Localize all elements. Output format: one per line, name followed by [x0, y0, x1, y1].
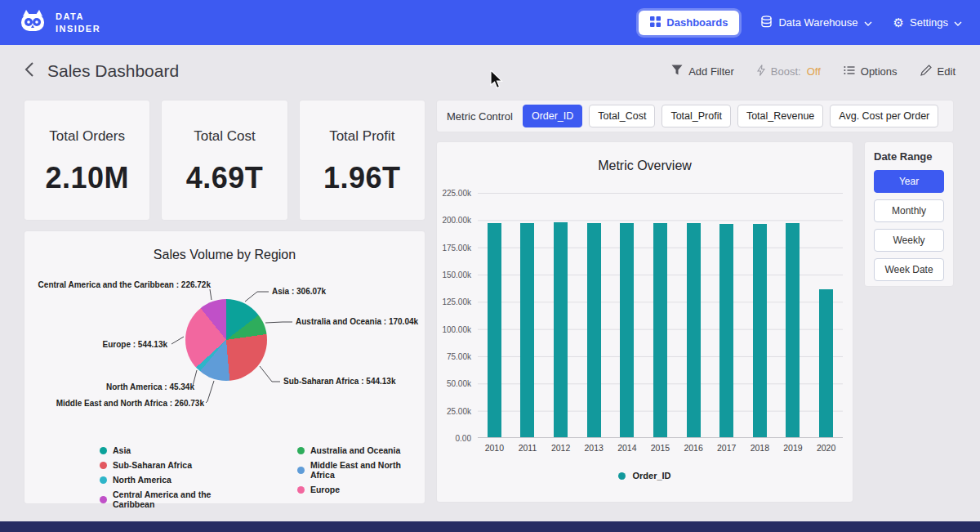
- bar-2014[interactable]: [620, 223, 634, 437]
- y-tick: 175.00k: [442, 243, 471, 252]
- kpi-row: Total Orders 2.10M Total Cost 4.69T Tota…: [24, 101, 425, 220]
- dashboards-button[interactable]: Dashboards: [639, 11, 739, 35]
- legend-dot: [100, 462, 107, 469]
- list-icon: [844, 65, 855, 78]
- pie-legend-column-1: Asia Sub-Saharan Africa North America Ce…: [100, 445, 252, 509]
- date-range-monthly-button[interactable]: Monthly: [874, 199, 944, 222]
- options-button[interactable]: Options: [844, 65, 898, 78]
- metric-button-total-profit[interactable]: Total_Profit: [662, 105, 731, 127]
- top-bar: DATA INSIDER Dashboards: [0, 0, 980, 45]
- footer-strip: [0, 521, 980, 532]
- boost-value: Off: [807, 65, 821, 78]
- y-tick: 75.00k: [447, 352, 471, 361]
- chevron-down-icon: [864, 16, 872, 29]
- bar-2013[interactable]: [587, 223, 601, 437]
- bar-chart-card: Metric Overview 225.00k 200.00k 175.00k …: [437, 142, 853, 502]
- dashboard-toolbar: Add Filter Boost: Off Options Edit: [671, 65, 956, 78]
- pie-label-middle-east: Middle East and North Africa : 260.73k: [56, 399, 204, 408]
- pie-canvas: Central America and the Caribbean : 226.…: [24, 262, 425, 442]
- boost-toggle[interactable]: Boost: Off: [757, 65, 821, 78]
- legend-item: Middle East and North Africa: [297, 460, 425, 480]
- metric-button-total-revenue[interactable]: Total_Revenue: [737, 105, 823, 127]
- kpi-total-orders: Total Orders 2.10M: [24, 101, 149, 220]
- legend-label: Sub-Saharan Africa: [113, 460, 192, 470]
- metric-button-avg-cost[interactable]: Avg. Cost per Order: [830, 105, 938, 127]
- legend-item: Europe: [297, 485, 425, 494]
- right-column: Metric Control Order_ID Total_Cost Total…: [437, 101, 953, 503]
- legend-item: Sub-Saharan Africa: [100, 460, 252, 470]
- metric-control-label: Metric Control: [447, 110, 513, 123]
- settings-menu[interactable]: ⚙ Settings: [893, 16, 962, 29]
- edit-button[interactable]: Edit: [920, 65, 956, 78]
- sub-header: Sales Dashboard Add Filter Boost: Off: [0, 45, 980, 97]
- pie-chart-card: Sales Volume by Region Central America a…: [24, 231, 425, 503]
- pie-chart[interactable]: [185, 299, 267, 381]
- pie-label-north-america: North America : 45.34k: [106, 382, 194, 391]
- kpi-label: Total Orders: [24, 128, 149, 145]
- date-range-weekly-button[interactable]: Weekly: [874, 229, 944, 252]
- lightning-icon: [757, 65, 765, 78]
- brand-line2: INSIDER: [56, 23, 100, 35]
- legend-dot: [297, 447, 305, 454]
- pie-legend-column-2: Australia and Oceania Middle East and No…: [297, 445, 425, 509]
- data-warehouse-label: Data Warehouse: [778, 16, 858, 29]
- bar-2011[interactable]: [520, 223, 534, 437]
- y-tick: 0.00: [456, 434, 471, 443]
- kpi-label: Total Profit: [300, 128, 425, 145]
- pie-label-australia-oceania: Australia and Oceania : 170.04k: [296, 317, 418, 326]
- page-title: Sales Dashboard: [47, 61, 179, 81]
- legend-item: Australia and Oceania: [297, 445, 425, 455]
- back-button[interactable]: [24, 62, 34, 80]
- bar-2019[interactable]: [786, 223, 800, 437]
- bar-2015[interactable]: [653, 223, 667, 437]
- bar-2012[interactable]: [554, 222, 568, 437]
- owl-logo-icon: [18, 9, 47, 37]
- pie-label-sub-saharan-africa: Sub-Saharan Africa : 544.13k: [283, 377, 395, 386]
- bar-2010[interactable]: [488, 223, 501, 437]
- kpi-total-cost: Total Cost 4.69T: [162, 101, 287, 220]
- bar-2020[interactable]: [819, 289, 833, 437]
- bar-chart-title: Metric Overview: [437, 142, 853, 173]
- bar-chart-area: 225.00k 200.00k 175.00k 150.00k 125.00k …: [437, 173, 853, 438]
- date-range-week-date-button[interactable]: Week Date: [874, 258, 944, 281]
- metric-button-total-cost[interactable]: Total_Cost: [589, 105, 655, 127]
- settings-label: Settings: [910, 16, 948, 29]
- pencil-icon: [920, 65, 932, 78]
- date-range-year-button[interactable]: Year: [874, 170, 944, 193]
- y-tick: 225.00k: [442, 189, 471, 198]
- y-axis: 225.00k 200.00k 175.00k 150.00k 125.00k …: [442, 193, 478, 438]
- dashboards-label: Dashboards: [666, 16, 728, 29]
- y-tick: 150.00k: [442, 270, 471, 279]
- x-tick: 2020: [819, 443, 833, 453]
- legend-dot: [100, 447, 107, 454]
- bar-chart-legend: Order_ID: [437, 471, 853, 481]
- y-tick: 50.00k: [447, 379, 471, 388]
- right-row: Metric Overview 225.00k 200.00k 175.00k …: [437, 142, 953, 502]
- boost-label: Boost:: [771, 65, 801, 78]
- pie-label-asia: Asia : 306.07k: [272, 287, 326, 296]
- bar-2018[interactable]: [753, 224, 767, 437]
- add-filter-button[interactable]: Add Filter: [671, 65, 734, 78]
- bar-2016[interactable]: [687, 223, 701, 437]
- edit-label: Edit: [938, 65, 956, 78]
- data-warehouse-menu[interactable]: Data Warehouse: [760, 16, 871, 30]
- x-tick: 2015: [653, 443, 667, 453]
- y-tick: 200.00k: [442, 216, 471, 225]
- legend-dot: [297, 486, 305, 494]
- bar-2017[interactable]: [719, 224, 733, 437]
- dashboard-body: Total Orders 2.10M Total Cost 4.69T Tota…: [0, 97, 980, 503]
- x-axis-labels: 2010 2011 2012 2013 2014 2015 2016 2017 …: [437, 438, 853, 453]
- kpi-value: 4.69T: [162, 161, 287, 195]
- brand: DATA INSIDER: [18, 9, 100, 37]
- metric-button-order-id[interactable]: Order_ID: [523, 105, 582, 127]
- legend-label: Central America and the Caribbean: [113, 490, 252, 509]
- legend-label: North America: [113, 475, 172, 485]
- kpi-value: 1.96T: [300, 161, 425, 195]
- legend-dot: [100, 496, 107, 503]
- pie-legend: Asia Sub-Saharan Africa North America Ce…: [100, 445, 425, 509]
- kpi-total-profit: Total Profit 1.96T: [300, 101, 425, 220]
- legend-dot: [297, 467, 305, 474]
- kpi-value: 2.10M: [24, 161, 149, 195]
- date-range-title: Date Range: [874, 150, 944, 163]
- x-tick: 2019: [786, 443, 800, 453]
